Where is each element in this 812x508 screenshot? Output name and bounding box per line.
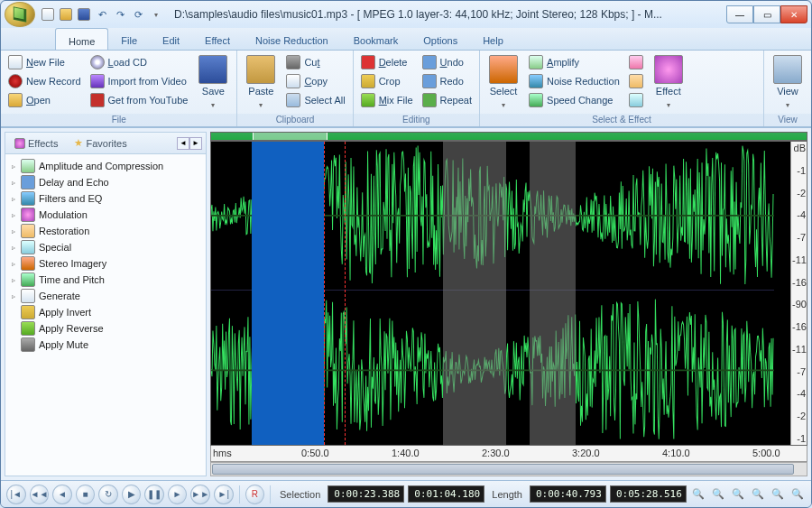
tab-help[interactable]: Help xyxy=(470,28,516,50)
tree-item-apply-invert[interactable]: Apply Invert xyxy=(7,304,204,320)
get-youtube-button[interactable]: Get from YouTube xyxy=(87,91,192,109)
tree-item-restoration[interactable]: ▹Restoration xyxy=(7,223,204,239)
next-button[interactable]: ► xyxy=(168,485,188,504)
qa-refresh-icon[interactable]: ⟳ xyxy=(131,7,145,22)
tab-file[interactable]: File xyxy=(108,28,150,50)
length-label: Length xyxy=(488,489,526,500)
expand-icon[interactable]: ▹ xyxy=(9,179,17,187)
pause-button[interactable]: ❚❚ xyxy=(144,485,164,504)
expand-icon[interactable]: ▹ xyxy=(9,260,17,268)
redo-button[interactable]: Redo xyxy=(419,72,475,90)
qa-new-icon[interactable] xyxy=(41,7,55,22)
delete-button[interactable]: Delete xyxy=(357,53,417,71)
sidebar-tab-favorites[interactable]: ★Favorites xyxy=(69,135,132,151)
tab-options[interactable]: Options xyxy=(411,28,470,50)
qa-open-icon[interactable] xyxy=(59,7,73,22)
gray-region-2[interactable] xyxy=(530,142,576,445)
view-button[interactable]: View xyxy=(768,53,807,111)
extra3-button[interactable] xyxy=(625,91,647,109)
tab-bookmark[interactable]: Bookmark xyxy=(341,28,411,50)
extra1-button[interactable] xyxy=(625,53,647,71)
save-button[interactable]: Save xyxy=(193,53,233,111)
rewind-button[interactable]: ◄◄ xyxy=(30,485,50,504)
expand-icon[interactable]: ▹ xyxy=(9,227,17,236)
tree-item-filters-and-eq[interactable]: ▹Filters and EQ xyxy=(7,190,204,207)
tree-item-amplitude-and-compression[interactable]: ▹Amplitude and Compression xyxy=(7,158,204,174)
marker-1[interactable] xyxy=(324,142,325,445)
zoom-in-h-icon[interactable]: 🔍 xyxy=(690,486,706,503)
selection-region[interactable] xyxy=(252,142,324,445)
marker-2[interactable] xyxy=(345,142,346,445)
tree-item-delay-and-echo[interactable]: ▹Delay and Echo xyxy=(7,174,204,190)
minimize-button[interactable]: — xyxy=(726,5,753,23)
zoom-sel-icon[interactable]: 🔍 xyxy=(730,486,746,503)
effect-button[interactable]: Effect xyxy=(649,53,688,111)
speed-change-button[interactable]: Speed Change xyxy=(525,91,623,109)
fast-forward-button[interactable]: ►► xyxy=(190,485,210,504)
undo-button[interactable]: Undo xyxy=(419,53,475,71)
maximize-button[interactable]: ▭ xyxy=(753,5,780,23)
overview-bar[interactable] xyxy=(210,132,807,141)
noise-reduction-button[interactable]: Noise Reduction xyxy=(525,72,623,90)
stop-button[interactable]: ■ xyxy=(76,485,96,504)
tree-item-modulation[interactable]: ▹Modulation xyxy=(7,207,204,223)
horizontal-scrollbar[interactable] xyxy=(210,462,807,476)
expand-icon[interactable] xyxy=(9,309,17,317)
expand-icon[interactable]: ▹ xyxy=(9,195,17,203)
goto-start-button[interactable]: |◄ xyxy=(6,485,26,504)
sidebar-tab-effects[interactable]: Effects xyxy=(9,136,63,151)
qa-save-icon[interactable] xyxy=(77,7,91,22)
tab-home[interactable]: Home xyxy=(55,28,108,50)
tree-item-time-and-pitch[interactable]: ▹Time and Pitch xyxy=(7,272,204,288)
expand-icon[interactable]: ▹ xyxy=(9,276,17,284)
qa-dropdown-icon[interactable]: ▾ xyxy=(149,7,163,22)
repeat-button[interactable]: Repeat xyxy=(419,91,475,109)
tree-item-stereo-imagery[interactable]: ▹Stereo Imagery xyxy=(7,255,204,272)
expand-icon[interactable]: ▹ xyxy=(9,211,17,219)
paste-button[interactable]: Paste xyxy=(241,53,281,111)
cut-button[interactable]: Cut xyxy=(282,53,348,71)
select-button[interactable]: Select xyxy=(484,53,523,111)
select-all-button[interactable]: Select All xyxy=(282,91,348,109)
expand-icon[interactable] xyxy=(9,341,17,349)
gray-region-1[interactable] xyxy=(443,142,507,445)
load-cd-button[interactable]: Load CD xyxy=(87,53,192,71)
tree-item-icon xyxy=(21,321,35,336)
qa-undo-icon[interactable]: ↶ xyxy=(95,7,109,22)
expand-icon[interactable] xyxy=(9,325,17,333)
zoom-out-v-icon[interactable]: 🔍 xyxy=(789,486,806,503)
tab-noise-reduction[interactable]: Noise Reduction xyxy=(243,28,341,50)
tree-item-apply-mute[interactable]: Apply Mute xyxy=(7,337,204,353)
new-record-button[interactable]: New Record xyxy=(5,72,85,90)
new-file-button[interactable]: New File xyxy=(5,53,85,71)
tab-edit[interactable]: Edit xyxy=(150,28,192,50)
zoom-in-v-icon[interactable]: 🔍 xyxy=(770,486,786,503)
waveform-display[interactable]: dB-1-2-4-7-11-16-90-16-11-7-4-2-1 xyxy=(210,141,807,446)
prev-button[interactable]: ◄ xyxy=(52,485,72,504)
tree-item-generate[interactable]: ▹Generate xyxy=(7,288,204,304)
time-ruler[interactable]: hms0:50.01:40.02:30.03:20.04:10.05:00.0 xyxy=(210,446,807,462)
expand-icon[interactable]: ▹ xyxy=(9,244,17,252)
tree-item-special[interactable]: ▹Special xyxy=(7,239,204,255)
qa-redo-icon[interactable]: ↷ xyxy=(113,7,127,22)
mix-file-button[interactable]: Mix File xyxy=(357,91,417,109)
zoom-fit-icon[interactable]: 🔍 xyxy=(750,486,766,503)
crop-button[interactable]: Crop xyxy=(357,72,417,90)
tab-effect[interactable]: Effect xyxy=(192,28,243,50)
play-button[interactable]: ▶ xyxy=(122,485,142,504)
sidebar-nav-prev-icon[interactable]: ◄ xyxy=(177,137,189,150)
record-button[interactable]: R xyxy=(245,485,265,504)
open-button[interactable]: Open xyxy=(5,91,85,109)
sidebar-nav-next-icon[interactable]: ► xyxy=(189,137,202,150)
play-loop-button[interactable]: ↻ xyxy=(98,485,118,504)
import-video-button[interactable]: Import from Video xyxy=(87,72,192,90)
copy-button[interactable]: Copy xyxy=(282,72,348,90)
extra2-button[interactable] xyxy=(625,72,647,90)
amplify-button[interactable]: Amplify xyxy=(525,53,623,71)
zoom-out-h-icon[interactable]: 🔍 xyxy=(710,486,726,503)
expand-icon[interactable]: ▹ xyxy=(9,292,17,300)
goto-end-button[interactable]: ►| xyxy=(214,485,234,504)
expand-icon[interactable]: ▹ xyxy=(9,162,17,171)
tree-item-apply-reverse[interactable]: Apply Reverse xyxy=(7,320,204,337)
close-button[interactable]: ✕ xyxy=(780,5,807,23)
